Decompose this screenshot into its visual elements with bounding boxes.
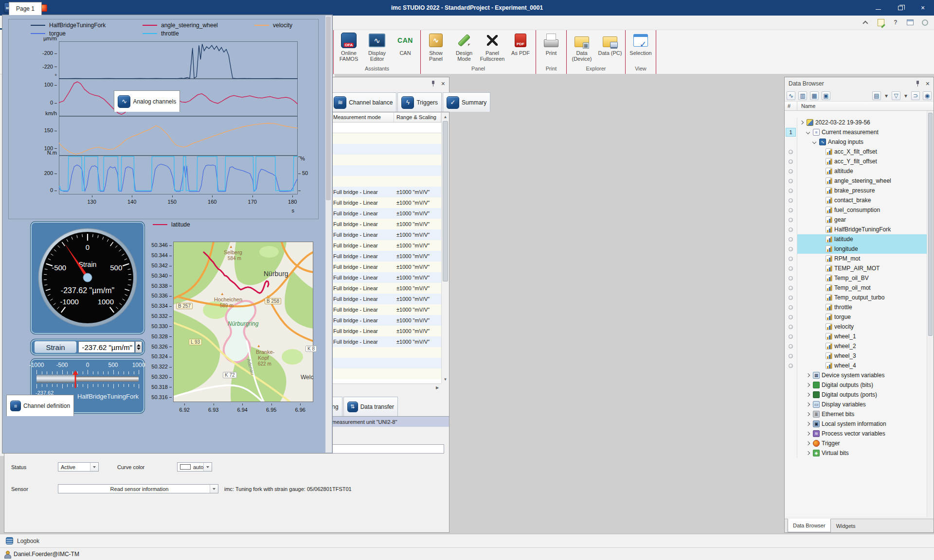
column-header-range-scaling[interactable]: Range & Scaling: [394, 113, 441, 122]
tree-chevron-icon[interactable]: [806, 373, 810, 377]
name-column-header[interactable]: Name: [797, 102, 934, 110]
curve-window-icon[interactable]: ∿: [787, 91, 795, 100]
dropdown-arrow-icon[interactable]: [203, 463, 212, 471]
tree-row-virtual-bits[interactable]: ◈Virtual bits: [785, 448, 927, 458]
tree-row-analog-inputs[interactable]: ∿Analog inputs: [785, 137, 927, 147]
setup-close-icon[interactable]: ×: [441, 80, 445, 87]
tree-row-brake-pressure[interactable]: brake_pressure: [785, 186, 927, 195]
tree-row-temp-oil-mot[interactable]: Temp_oil_mot: [785, 283, 927, 293]
tree-row-acc-y-filt-offset[interactable]: acc_Y_filt_offset: [785, 157, 927, 166]
scroll-right-button[interactable]: ▶: [433, 384, 441, 391]
tree-row-wheel-4[interactable]: wheel_4: [785, 361, 927, 370]
window-icon[interactable]: [906, 18, 915, 27]
panel-scrollbar[interactable]: [325, 16, 332, 453]
close-button[interactable]: ×: [912, 0, 934, 16]
edit-note-icon[interactable]: [877, 18, 885, 27]
tree-chevron-icon[interactable]: [806, 402, 810, 406]
dropdown-icon[interactable]: ▾: [903, 91, 908, 100]
tree-chevron-icon[interactable]: [812, 140, 816, 144]
curve-chart[interactable]: [59, 41, 298, 194]
scroll-up-button[interactable]: ▲: [442, 113, 449, 121]
online-famos-button[interactable]: Online FAMOS: [335, 31, 363, 62]
tab-triggers[interactable]: ϟTriggers: [397, 92, 442, 112]
tree-row-wheel-3[interactable]: wheel_3: [785, 351, 927, 361]
tree-row-torgue[interactable]: torgue: [785, 312, 927, 322]
tree-row-altitude[interactable]: altitude: [785, 166, 927, 176]
selection-button[interactable]: Selection: [627, 31, 655, 56]
status-combo[interactable]: Active: [58, 462, 99, 472]
number-column-header[interactable]: #: [785, 102, 797, 110]
map-widget[interactable]: [173, 242, 313, 402]
tree-row-fuel-consumption[interactable]: fuel_consumption: [785, 205, 927, 215]
tab-summary[interactable]: ✓Summary: [443, 92, 490, 112]
print-button[interactable]: Print: [537, 31, 565, 56]
display-editor-button[interactable]: Display Editor: [363, 31, 391, 62]
tree-chevron-icon[interactable]: [806, 383, 810, 387]
dropdown-arrow-icon[interactable]: [90, 463, 98, 471]
tree-row-halfbridgetuningfork[interactable]: HalfBridgeTuningFork: [785, 225, 927, 234]
sensor-button[interactable]: Read sensor information: [58, 484, 218, 493]
pin-icon[interactable]: [430, 80, 436, 87]
tree-row-wheel-1[interactable]: wheel_1: [785, 332, 927, 341]
tree-row-current-measurement[interactable]: 1≡Current measurement: [785, 127, 927, 137]
dropdown-icon[interactable]: ▾: [884, 91, 889, 100]
tree-row-process-vector-variables[interactable]: ≋Process vector variables: [785, 429, 927, 438]
filter-combo-icon[interactable]: ▽: [892, 91, 900, 100]
show-panel-button[interactable]: Show Panel: [422, 31, 450, 62]
page-tab[interactable]: Page 1: [9, 2, 42, 15]
tree-row-temp-output-turbo[interactable]: Temp_output_turbo: [785, 293, 927, 302]
tab-channel-balance[interactable]: ≋Channel balance: [330, 92, 396, 112]
tree-chevron-icon[interactable]: [806, 432, 810, 436]
tree-chevron-icon[interactable]: [806, 130, 810, 134]
eye-icon[interactable]: ◉: [923, 91, 932, 100]
as-pdf-button[interactable]: As PDF: [506, 31, 535, 56]
tree-chevron-icon[interactable]: [806, 422, 810, 426]
bar-display-icon[interactable]: ▥: [798, 91, 807, 100]
data-pc-button[interactable]: Data (PC): [596, 31, 624, 56]
tree-chevron-icon[interactable]: [806, 412, 810, 416]
tree-row-throttle[interactable]: throttle: [785, 302, 927, 312]
tree-chevron-icon[interactable]: [806, 451, 810, 455]
tree-row-display-variables[interactable]: ▭Display variables: [785, 400, 927, 409]
scroll-thumb[interactable]: [443, 121, 448, 281]
restore-button[interactable]: [889, 0, 912, 16]
panel-fullscreen-button[interactable]: Panel Fullscreen: [478, 31, 506, 62]
link-icon[interactable]: ⊃: [911, 91, 920, 100]
tree-row-2022-03-22-19-39-56[interactable]: 2022-03-22 19-39-56: [785, 118, 927, 127]
data-browser-scrollbar[interactable]: [927, 111, 934, 517]
column-header-measurement-mode[interactable]: Measurement mode: [331, 113, 394, 122]
logbook-bar[interactable]: Logbook: [0, 534, 934, 547]
tree-row-gear[interactable]: gear: [785, 215, 927, 225]
history-icon[interactable]: [920, 18, 929, 27]
tree-chevron-icon[interactable]: [800, 121, 804, 124]
data-browser-close-icon[interactable]: ×: [926, 80, 930, 87]
tree-row-longitude[interactable]: longitude: [785, 244, 927, 254]
tree-row-ethernet-bits[interactable]: ≣Ethernet bits: [785, 409, 927, 419]
table-vertical-scrollbar[interactable]: ▲ ▼: [441, 113, 449, 383]
tree-row-local-system-information[interactable]: ▣Local system information: [785, 419, 927, 429]
tab-data-transfer[interactable]: ⇅Data transfer: [343, 397, 398, 416]
tab-channel-definition[interactable]: ≡Channel definition: [6, 395, 74, 416]
tree-row-angle-steering-wheel[interactable]: angle_steering_wheel: [785, 176, 927, 186]
display-combo-icon[interactable]: ▤: [872, 91, 881, 100]
design-mode-button[interactable]: Design Mode: [450, 31, 478, 62]
tree-chevron-icon[interactable]: [806, 393, 810, 397]
data-browser-tab-widgets[interactable]: Widgets: [831, 519, 861, 532]
panel-display-icon[interactable]: ▣: [822, 91, 830, 100]
tree-row-rpm-mot[interactable]: RPM_mot: [785, 254, 927, 263]
tree-row-latitude[interactable]: latitude: [785, 234, 927, 244]
numeric-display-widget[interactable]: Strain -237.62 "µm/m": [31, 339, 144, 355]
dropdown-arrow-icon[interactable]: [210, 485, 218, 493]
scroll-down-button[interactable]: ▼: [442, 375, 449, 383]
tree-row-velocity[interactable]: velocity: [785, 322, 927, 332]
help-icon[interactable]: ?: [891, 18, 900, 27]
pin-icon[interactable]: [914, 80, 921, 87]
table-display-icon[interactable]: ▦: [810, 91, 819, 100]
can-button[interactable]: CAN: [391, 31, 419, 56]
data-device-button[interactable]: Data (Device): [568, 31, 596, 62]
tree-row-wheel-2[interactable]: wheel_2: [785, 341, 927, 351]
minimize-button[interactable]: [867, 0, 889, 16]
tree-row-digital-outputs-bits[interactable]: Digital outputs (bits): [785, 380, 927, 390]
tree-row-temp-air-mot[interactable]: TEMP_AIR_MOT: [785, 263, 927, 273]
tree-row-digital-outputs-ports[interactable]: Digital outputs (ports): [785, 390, 927, 400]
